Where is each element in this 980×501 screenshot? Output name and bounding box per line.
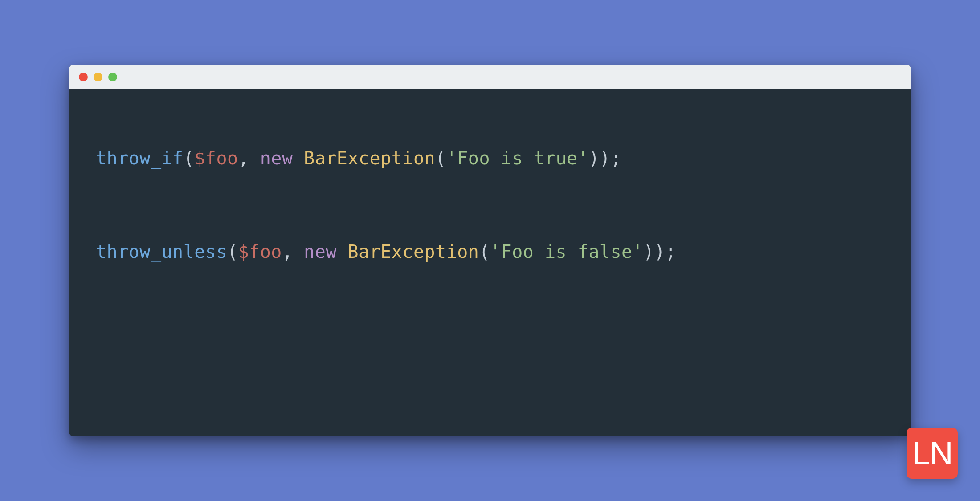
traffic-light-minimize-icon[interactable] (94, 73, 102, 81)
token-punct: , (238, 148, 260, 168)
token-function: throw_unless (96, 241, 227, 262)
token-punct: , (282, 241, 304, 262)
traffic-light-zoom-icon[interactable] (108, 73, 117, 81)
brand-logo-text: LN (912, 437, 952, 470)
token-punct: )); (588, 148, 621, 168)
token-variable: $foo (238, 241, 282, 262)
code-window: throw_if($foo, new BarException('Foo is … (69, 65, 911, 436)
token-string: 'Foo is false' (490, 241, 643, 262)
brand-logo: LN (906, 428, 958, 479)
token-variable: $foo (194, 148, 238, 168)
token-punct: ( (435, 148, 446, 168)
code-area: throw_if($foo, new BarException('Foo is … (69, 89, 911, 289)
token-punct: ( (227, 241, 238, 262)
token-function: throw_if (96, 148, 184, 168)
token-string: 'Foo is true' (446, 148, 589, 168)
token-keyword: new (260, 148, 304, 168)
token-punct: )); (643, 241, 676, 262)
token-punct: ( (184, 148, 195, 168)
code-line-2: throw_unless($foo, new BarException('Foo… (96, 240, 884, 263)
token-punct: ( (479, 241, 490, 262)
token-class: BarException (347, 241, 479, 262)
traffic-light-close-icon[interactable] (79, 73, 88, 81)
code-line-1: throw_if($foo, new BarException('Foo is … (96, 147, 884, 169)
token-class: BarException (304, 148, 435, 168)
window-titlebar (69, 65, 911, 89)
token-keyword: new (304, 241, 347, 262)
